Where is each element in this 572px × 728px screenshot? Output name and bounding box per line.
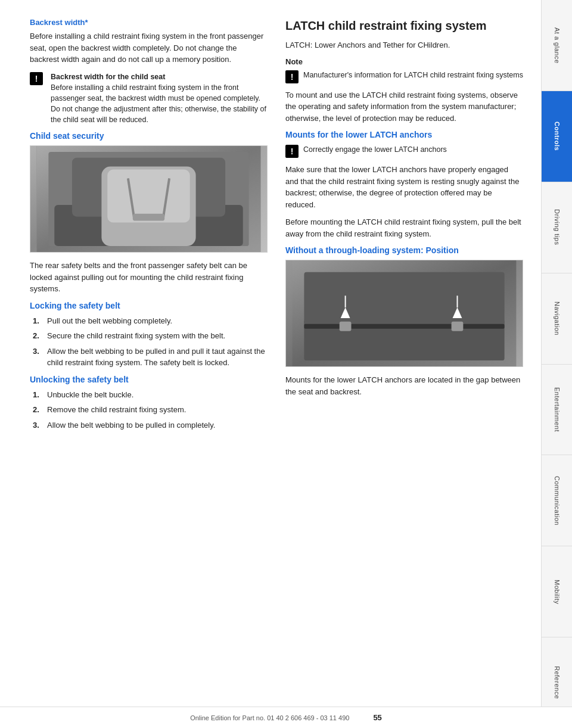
backrest-p1: Before installing a child restraint fixi… bbox=[30, 30, 268, 66]
sidebar-item-driving-tips[interactable]: Driving tips bbox=[542, 182, 572, 273]
child-seat-svg bbox=[30, 146, 267, 252]
child-seat-image bbox=[30, 145, 268, 253]
latch-anchor-image bbox=[285, 260, 523, 367]
latch-p1: To mount and use the LATCH child restrai… bbox=[285, 89, 523, 125]
warning-icon-latch: ! bbox=[285, 70, 299, 83]
right-column: LATCH child restraint fixing system LATC… bbox=[285, 18, 523, 692]
footer-copyright: Online Edition for Part no. 01 40 2 606 … bbox=[190, 714, 349, 721]
sidebar-item-controls[interactable]: Controls bbox=[542, 91, 572, 182]
locking-step-2: 2. Secure the child restraint fixing sys… bbox=[33, 330, 268, 342]
sidebar-item-communication[interactable]: Communication bbox=[542, 455, 572, 546]
sidebar-item-entertainment[interactable]: Entertainment bbox=[542, 365, 572, 456]
unlocking-title: Unlocking the safety belt bbox=[30, 375, 268, 384]
svg-rect-14 bbox=[340, 322, 352, 331]
svg-rect-15 bbox=[452, 322, 464, 331]
backrest-title: Backrest width* bbox=[30, 18, 268, 27]
backrest-warning-box: ! Backrest width for the child seat Befo… bbox=[30, 71, 268, 126]
unlocking-step-3: 3. Allow the belt webbing to be pulled i… bbox=[33, 419, 268, 431]
unlocking-step-2: 2. Remove the child restraint fixing sys… bbox=[33, 404, 268, 416]
latch-note-warning: Manufacturer's information for LATCH chi… bbox=[303, 70, 523, 80]
child-seat-section-title: Child seat security bbox=[30, 131, 268, 141]
locking-title: Locking the safety belt bbox=[30, 301, 268, 310]
note-label: Note bbox=[285, 57, 523, 66]
locking-list: 1. Pull out the belt webbing completely.… bbox=[30, 315, 268, 369]
footer-page-number: 55 bbox=[373, 713, 381, 722]
locking-step-3: 3. Allow the belt webbing to be pulled i… bbox=[33, 346, 268, 369]
svg-rect-12 bbox=[304, 272, 504, 325]
warning-icon-backrest: ! bbox=[30, 72, 43, 85]
svg-rect-13 bbox=[304, 324, 504, 329]
left-column: Backrest width* Before installing a chil… bbox=[30, 18, 268, 692]
sidebar-item-navigation[interactable]: Navigation bbox=[542, 273, 572, 365]
child-seat-p1: The rear safety belts and the front pass… bbox=[30, 260, 268, 295]
unlocking-step-1: 1. Unbuckle the belt buckle. bbox=[33, 389, 268, 401]
footer: Online Edition for Part no. 01 40 2 606 … bbox=[0, 707, 572, 728]
without-loading-title: Without a through-loading system: Positi… bbox=[285, 245, 523, 255]
latch-note-box: ! Manufacturer's information for LATCH c… bbox=[285, 70, 523, 83]
lower-latch-warning-box: ! Correctly engage the lower LATCH ancho… bbox=[285, 144, 523, 158]
backrest-warning-content: Backrest width for the child seat Before… bbox=[51, 71, 268, 126]
backrest-warning-body: Before installing a child restraint fixi… bbox=[51, 83, 266, 124]
latch-svg bbox=[286, 260, 523, 366]
main-content: Backrest width* Before installing a chil… bbox=[0, 0, 541, 728]
lower-latch-p1: Make sure that the lower LATCH anchors h… bbox=[285, 164, 523, 210]
lower-latch-caption: Mounts for the lower LATCH anchors are l… bbox=[285, 374, 523, 397]
sidebar-item-at-a-glance[interactable]: At a glance bbox=[542, 0, 572, 91]
lower-latch-p2: Before mounting the LATCH child restrain… bbox=[285, 216, 523, 239]
sidebar: At a glance Controls Driving tips Naviga… bbox=[541, 0, 572, 728]
sidebar-item-mobility[interactable]: Mobility bbox=[542, 546, 572, 637]
latch-subtitle: LATCH: Lower Anchors and Tether for CHil… bbox=[285, 39, 523, 51]
lower-latch-title: Mounts for the lower LATCH anchors bbox=[285, 130, 523, 139]
backrest-warning-title: Backrest width for the child seat bbox=[51, 73, 165, 81]
unlocking-list: 1. Unbuckle the belt buckle. 2. Remove t… bbox=[30, 389, 268, 431]
warning-icon-lower-latch: ! bbox=[285, 145, 299, 158]
page-wrapper: Backrest width* Before installing a chil… bbox=[0, 0, 572, 728]
latch-main-title: LATCH child restraint fixing system bbox=[285, 18, 523, 33]
locking-step-1: 1. Pull out the belt webbing completely. bbox=[33, 315, 268, 327]
lower-latch-warning-text: Correctly engage the lower LATCH anchors bbox=[303, 144, 447, 155]
svg-rect-9 bbox=[133, 214, 164, 221]
